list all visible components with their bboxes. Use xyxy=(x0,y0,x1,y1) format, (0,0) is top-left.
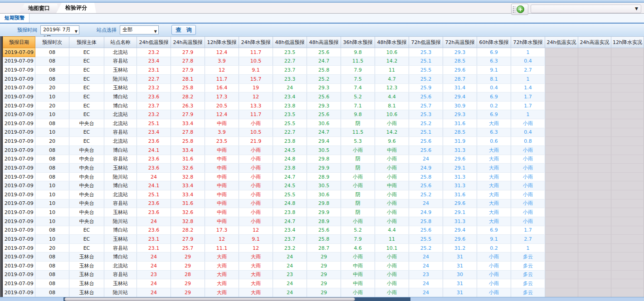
table-cell[interactable]: 11.7 xyxy=(239,48,273,57)
table-cell[interactable] xyxy=(545,66,578,75)
table-cell[interactable]: 10.6 xyxy=(375,110,409,119)
table-cell[interactable] xyxy=(545,83,578,92)
table-row[interactable]: 2019-07-0910中央台北流站25.133.4中雨小雨25.530.6阴小… xyxy=(3,190,644,199)
table-cell[interactable] xyxy=(545,243,578,252)
table-cell[interactable]: 23.6 xyxy=(137,164,171,173)
table-cell[interactable] xyxy=(611,101,644,110)
table-cell[interactable]: 12 xyxy=(205,66,239,75)
table-cell[interactable] xyxy=(611,110,644,119)
table-cell[interactable]: 小雨 xyxy=(239,164,273,173)
table-cell[interactable] xyxy=(611,288,644,297)
table-cell[interactable]: 小雨 xyxy=(341,288,375,297)
table-cell[interactable]: 6.9 xyxy=(477,110,511,119)
table-cell[interactable] xyxy=(545,252,578,262)
table-cell[interactable]: 23.8 xyxy=(273,101,307,110)
table-cell[interactable]: 14.2 xyxy=(375,57,409,66)
table-cell[interactable]: 5.3 xyxy=(341,137,375,146)
table-cell[interactable]: 3.9 xyxy=(205,57,239,66)
table-cell[interactable]: 31.4 xyxy=(443,83,477,92)
table-cell[interactable]: 中雨 xyxy=(341,270,375,279)
table-cell[interactable]: 2019-07-09 xyxy=(3,172,35,181)
table-cell[interactable]: 玉林站 xyxy=(104,164,137,173)
table-cell[interactable]: 小雨 xyxy=(239,199,273,208)
table-cell[interactable]: 25.1 xyxy=(137,190,171,199)
table-cell[interactable]: 中央台 xyxy=(69,208,104,217)
table-cell[interactable]: 13.3 xyxy=(239,101,273,110)
table-cell[interactable]: 7.9 xyxy=(341,66,375,75)
table-cell[interactable]: 25.7 xyxy=(409,101,443,110)
table-cell[interactable]: 玉林台 xyxy=(69,270,104,279)
table-cell[interactable]: 2019-07-09 xyxy=(3,92,35,102)
table-cell[interactable]: 25.6 xyxy=(409,181,443,190)
table-cell[interactable] xyxy=(611,217,644,226)
table-cell[interactable]: 24 xyxy=(137,262,171,271)
table-cell[interactable]: 08 xyxy=(35,57,69,66)
table-cell[interactable]: 小雨 xyxy=(341,181,375,190)
table-cell[interactable]: 24 xyxy=(409,199,443,208)
table-cell[interactable]: 12 xyxy=(205,235,239,244)
table-cell[interactable] xyxy=(611,155,644,164)
table-cell[interactable]: 24 xyxy=(137,279,171,288)
table-cell[interactable]: 陆川站 xyxy=(104,217,137,226)
table-cell[interactable]: 24.7 xyxy=(273,172,307,181)
table-cell[interactable]: 小雨 xyxy=(375,262,409,271)
table-cell[interactable]: 2.7 xyxy=(511,235,545,244)
table-cell[interactable]: 1 xyxy=(511,74,545,83)
table-cell[interactable]: 1.4 xyxy=(511,83,545,92)
table-cell[interactable]: 28.7 xyxy=(443,74,477,83)
table-cell[interactable]: 31.2 xyxy=(443,243,477,252)
table-row[interactable]: 2019-07-0908EC玉林站23.127.9129.123.725.87.… xyxy=(3,66,644,75)
table-cell[interactable]: 24.7 xyxy=(307,128,341,137)
table-cell[interactable] xyxy=(578,74,611,83)
table-cell[interactable]: 08 xyxy=(35,172,69,181)
table-cell[interactable]: 2019-07-09 xyxy=(3,190,35,199)
table-cell[interactable] xyxy=(545,270,578,279)
table-cell[interactable] xyxy=(545,146,578,155)
table-cell[interactable]: 23.1 xyxy=(137,235,171,244)
table-cell[interactable]: 08 xyxy=(35,270,69,279)
table-cell[interactable]: 24.9 xyxy=(409,208,443,217)
table-cell[interactable]: 29.9 xyxy=(307,208,341,217)
table-cell[interactable]: 25.1 xyxy=(409,128,443,137)
table-cell[interactable]: 31 xyxy=(443,279,477,288)
table-cell[interactable]: 23.7 xyxy=(273,235,307,244)
table-cell[interactable]: 25.8 xyxy=(307,235,341,244)
table-cell[interactable]: 25.6 xyxy=(307,48,341,57)
table-cell[interactable]: 28.5 xyxy=(443,128,477,137)
table-cell[interactable] xyxy=(578,235,611,244)
table-cell[interactable]: 小雨 xyxy=(511,217,545,226)
table-cell[interactable]: 玉林台 xyxy=(69,279,104,288)
table-cell[interactable]: 10 xyxy=(35,208,69,217)
table-cell[interactable]: 25.8 xyxy=(171,137,205,146)
table-cell[interactable]: 27.9 xyxy=(171,66,205,75)
table-cell[interactable]: 24 xyxy=(409,262,443,271)
table-cell[interactable]: 29.3 xyxy=(307,101,341,110)
table-cell[interactable]: 12.4 xyxy=(205,110,239,119)
table-cell[interactable] xyxy=(578,208,611,217)
table-cell[interactable]: 23.2 xyxy=(273,243,307,252)
table-cell[interactable]: 29 xyxy=(171,252,205,262)
table-cell[interactable] xyxy=(611,164,644,173)
column-header[interactable]: 12h降水实况 xyxy=(611,37,644,48)
table-row[interactable]: 2019-07-0908玉林台容县站2328大雨大雨2329中雨小雨2330小雨… xyxy=(3,270,644,279)
table-cell[interactable]: EC xyxy=(69,137,104,146)
column-header[interactable]: 72h降水预报 xyxy=(511,37,545,48)
table-cell[interactable]: 31.6 xyxy=(443,190,477,199)
table-cell[interactable]: 小雨 xyxy=(511,181,545,190)
table-cell[interactable]: 24 xyxy=(273,288,307,297)
table-cell[interactable]: 0.6 xyxy=(477,137,511,146)
table-cell[interactable] xyxy=(545,128,578,137)
tab-map-window[interactable]: 地图窗口 xyxy=(19,4,59,13)
table-cell[interactable] xyxy=(578,172,611,181)
table-row[interactable]: 2019-07-0920EC玉林站23.225.816.4192429.37.4… xyxy=(3,83,644,92)
table-cell[interactable]: 08 xyxy=(35,164,69,173)
table-cell[interactable] xyxy=(611,252,644,262)
table-cell[interactable]: 11.7 xyxy=(205,74,239,83)
table-cell[interactable]: 23.6 xyxy=(137,137,171,146)
table-cell[interactable]: 玉林站 xyxy=(104,83,137,92)
table-cell[interactable]: 小雨 xyxy=(375,172,409,181)
table-cell[interactable]: 大雨 xyxy=(477,199,511,208)
column-header[interactable]: 预报主体 xyxy=(69,37,104,48)
table-cell[interactable]: 25.5 xyxy=(409,235,443,244)
table-cell[interactable]: 24 xyxy=(273,262,307,271)
